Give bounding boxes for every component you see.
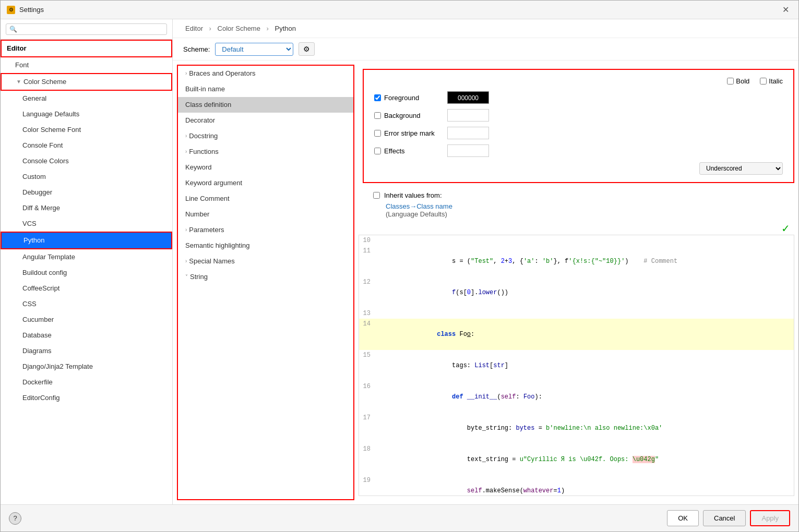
line-number: 14: [359, 319, 377, 350]
sidebar: Editor Font ▼ Color Scheme General Langu…: [1, 19, 173, 504]
cat-builtin[interactable]: Built-in name: [178, 81, 353, 97]
background-label[interactable]: Background: [374, 112, 442, 119]
props-pane: Bold Italic Foreground: [359, 61, 798, 504]
error-stripe-color-swatch[interactable]: [447, 127, 489, 139]
line-number: 12: [359, 277, 377, 308]
cat-functions-label: Functions: [189, 146, 218, 158]
sidebar-item-editor-label: Editor: [7, 44, 27, 52]
sidebar-item-buildout-config[interactable]: Buildout config: [1, 265, 172, 281]
code-content: s = ("Test", 2+3, {'a': 'b'}, f'{x!s:{"~…: [377, 246, 794, 277]
line-number: 16: [359, 381, 377, 413]
cat-keyword[interactable]: Keyword: [178, 160, 353, 175]
background-checkbox[interactable]: [374, 112, 381, 119]
sidebar-item-angular-template[interactable]: Angular Template: [1, 249, 172, 265]
code-content: [377, 235, 794, 246]
line-number: 19: [359, 475, 377, 496]
breadcrumb-editor[interactable]: Editor: [185, 25, 203, 32]
cat-line-comment[interactable]: Line Comment: [178, 191, 353, 207]
cat-keyword-arg[interactable]: Keyword argument: [178, 175, 353, 191]
sidebar-item-python[interactable]: Python: [1, 232, 172, 249]
error-stripe-checkbox[interactable]: [374, 130, 381, 137]
title-bar: ⚙ Settings ✕: [1, 1, 798, 19]
sidebar-item-font[interactable]: Font: [1, 57, 172, 73]
ok-button[interactable]: OK: [667, 510, 699, 526]
cat-special-names-label: Special Names: [189, 256, 234, 267]
cat-class-def[interactable]: Class definition: [178, 97, 353, 113]
sidebar-item-coffeescript[interactable]: CoffeeScript: [1, 281, 172, 296]
sidebar-item-diagrams[interactable]: Diagrams: [1, 343, 172, 359]
sidebar-item-console-colors[interactable]: Console Colors: [1, 153, 172, 169]
effects-style-select[interactable]: Underscored Bordered Dotted line Bold do…: [699, 162, 783, 175]
sidebar-item-custom[interactable]: Custom: [1, 169, 172, 185]
cancel-button[interactable]: Cancel: [703, 510, 746, 526]
apply-button[interactable]: Apply: [750, 510, 790, 526]
split-pane: › Braces and Operators Built-in name Cla…: [173, 61, 798, 504]
sidebar-item-django-jinja2[interactable]: Django/Jinja2 Template: [1, 359, 172, 374]
scheme-label: Scheme:: [183, 45, 210, 53]
error-stripe-label[interactable]: Error stripe mark: [374, 129, 442, 137]
sidebar-item-database[interactable]: Database: [1, 328, 172, 343]
cat-decorator-label: Decorator: [185, 115, 215, 126]
cat-number-label: Number: [185, 209, 209, 220]
bold-checkbox[interactable]: [727, 78, 734, 84]
sidebar-item-language-defaults[interactable]: Language Defaults: [1, 106, 172, 122]
sidebar-item-color-scheme-font[interactable]: Color Scheme Font: [1, 122, 172, 138]
effects-label[interactable]: Effects: [374, 147, 442, 155]
cat-braces-label: Braces and Operators: [189, 68, 255, 79]
cat-string[interactable]: ˅ String: [178, 269, 353, 285]
gear-button[interactable]: ⚙: [299, 42, 315, 56]
cat-semantic[interactable]: Semantic highlighting: [178, 238, 353, 253]
help-button[interactable]: ?: [9, 512, 21, 525]
cat-keyword-label: Keyword: [185, 162, 212, 173]
cat-parameters[interactable]: › Parameters: [178, 222, 353, 238]
foreground-label[interactable]: Foreground: [374, 94, 442, 102]
breadcrumb-python: Python: [275, 25, 296, 32]
arrow-icon: ›: [185, 146, 187, 158]
bold-label[interactable]: Bold: [727, 77, 749, 85]
breadcrumb-color-scheme[interactable]: Color Scheme: [218, 25, 260, 32]
effects-row: Effects: [374, 144, 783, 157]
foreground-checkbox[interactable]: [374, 94, 381, 101]
code-line-13: 13: [359, 308, 794, 319]
italic-label[interactable]: Italic: [760, 77, 783, 85]
search-input[interactable]: [6, 23, 167, 35]
cat-special-names[interactable]: › Special Names: [178, 253, 353, 269]
cat-semantic-label: Semantic highlighting: [185, 240, 250, 251]
italic-checkbox[interactable]: [760, 78, 767, 84]
sidebar-item-editor[interactable]: Editor: [1, 40, 172, 57]
sidebar-item-dockerfile[interactable]: Dockerfile: [1, 374, 172, 390]
cat-decorator[interactable]: Decorator: [178, 113, 353, 128]
sidebar-item-color-scheme[interactable]: ▼ Color Scheme: [1, 73, 172, 91]
close-button[interactable]: ✕: [779, 4, 792, 16]
sidebar-item-diff-merge[interactable]: Diff & Merge: [1, 200, 172, 216]
cat-number[interactable]: Number: [178, 207, 353, 222]
cat-docstring[interactable]: › Docstring: [178, 128, 353, 144]
sidebar-item-debugger[interactable]: Debugger: [1, 185, 172, 200]
sidebar-item-css[interactable]: CSS: [1, 296, 172, 312]
code-content: f(s[0].lower()): [377, 277, 794, 308]
effects-color-swatch[interactable]: [447, 144, 489, 157]
effects-checkbox[interactable]: [374, 148, 381, 154]
inherit-section: Inherit values from: Classes→Class name …: [359, 187, 798, 222]
code-content: text_string = u"Cyrillic Я is \u042f. Oo…: [377, 444, 794, 475]
inherit-checkbox[interactable]: [373, 192, 380, 199]
sidebar-item-console-font[interactable]: Console Font: [1, 138, 172, 153]
sidebar-item-editorconfig[interactable]: EditorConfig: [1, 390, 172, 406]
sidebar-item-vcs[interactable]: VCS: [1, 216, 172, 232]
scheme-select[interactable]: Default Darcula High Contrast: [215, 43, 293, 56]
checkmark-area: ✓: [359, 222, 798, 235]
background-color-swatch[interactable]: [447, 109, 489, 122]
background-text: Background: [384, 112, 420, 119]
breadcrumb-sep1: ›: [209, 25, 213, 32]
cat-braces[interactable]: › Braces and Operators: [178, 66, 353, 81]
inherit-link[interactable]: Classes→Class name: [386, 202, 452, 210]
scheme-bar: Scheme: Default Darcula High Contrast ⚙: [173, 38, 798, 61]
cat-builtin-label: Built-in name: [185, 83, 225, 95]
cat-functions[interactable]: › Functions: [178, 144, 353, 160]
arrow-icon: ▼: [16, 76, 21, 88]
sidebar-item-cucumber[interactable]: Cucumber: [1, 312, 172, 328]
foreground-color-swatch[interactable]: 000000: [447, 91, 489, 104]
sidebar-item-general[interactable]: General: [1, 91, 172, 106]
settings-window: ⚙ Settings ✕ Editor Font ▼ Colo: [0, 0, 799, 532]
sidebar-item-color-scheme-label: Color Scheme: [23, 76, 66, 88]
